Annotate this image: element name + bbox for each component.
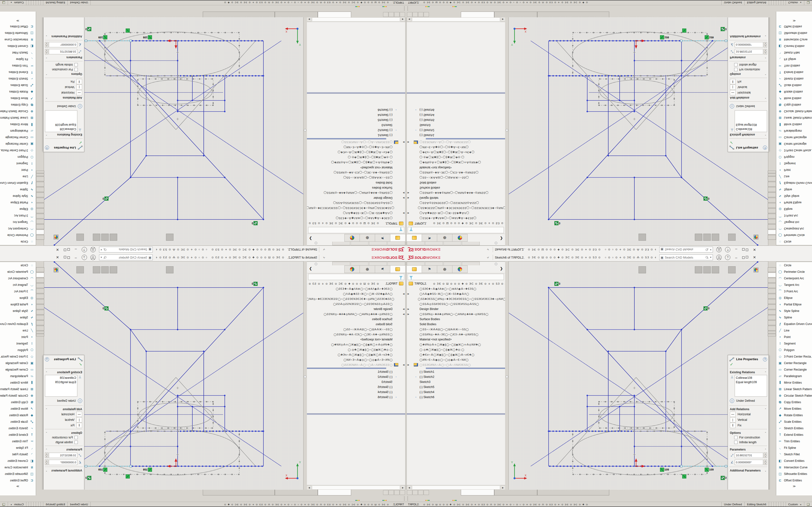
- spinner[interactable]: ▲▼: [764, 459, 767, 465]
- panel-splitter[interactable]: [304, 262, 307, 490]
- sketch-tool-item[interactable]: ▪ Point: [0, 334, 36, 340]
- view-tool-icon[interactable]: [126, 267, 133, 273]
- relations-listbox[interactable]: Collinear108 Equal length109: [45, 375, 77, 397]
- sketch-tool-item[interactable]: ⧉ Copy Entities: [0, 102, 36, 108]
- fm-horizontal-scrollbar[interactable]: ◀ ▶: [307, 485, 405, 490]
- spin-up-icon[interactable]: ▲: [45, 452, 48, 455]
- tab-configurationmanager[interactable]: ⊕: [437, 265, 452, 273]
- view-tool-icon[interactable]: [571, 234, 578, 240]
- sketch-tool-item[interactable]: ◡ Tangent Arc: [776, 282, 812, 288]
- scrollbar-track[interactable]: [312, 486, 400, 490]
- relation-badge[interactable]: 3: [103, 306, 108, 310]
- view-tool-icon[interactable]: [258, 267, 265, 273]
- tree-row[interactable]: ▶ (-) Sketch6: [407, 107, 505, 113]
- search-input[interactable]: ▣ Search CAD Models ▼: [659, 247, 713, 252]
- fm-tab-stub[interactable]: [351, 262, 368, 265]
- sketch-tool-item[interactable]: ◖ Partial Ellipse: [0, 200, 36, 206]
- fm-tab-stub[interactable]: [462, 262, 480, 265]
- bottom-tool-icon[interactable]: [458, 496, 465, 501]
- tab-nav-icon[interactable]: [407, 12, 412, 17]
- expander-icon[interactable]: ▶: [407, 212, 410, 215]
- view-tool-icon[interactable]: [282, 234, 289, 240]
- view-tool-icon[interactable]: [587, 234, 594, 240]
- expand-chevron-icon[interactable]: ⌄: [765, 35, 767, 38]
- view-tool-icon[interactable]: [579, 267, 586, 273]
- tree-row[interactable]: ▶ (-) Sketch1: [307, 369, 405, 374]
- help-icon[interactable]: ?: [82, 255, 87, 260]
- view-tool-icon[interactable]: [282, 267, 289, 273]
- scroll-left-icon[interactable]: ◀: [400, 485, 405, 490]
- status-custom-dropdown[interactable]: Custom▲: [8, 502, 27, 507]
- relation-badge[interactable]: 3: [103, 197, 108, 201]
- ok-button[interactable]: ✓: [728, 139, 768, 145]
- command-tab[interactable]: [36, 326, 44, 331]
- parameter-input[interactable]: 0.00000000°: [49, 460, 77, 465]
- pin-icon[interactable]: ➢: [322, 247, 326, 252]
- view-tool-icon[interactable]: [663, 234, 670, 240]
- option-row[interactable]: Infinite length: [728, 440, 768, 445]
- view-tool-icon[interactable]: [745, 267, 752, 273]
- sketch-tool-item[interactable]: ◫ Silhouette Entities: [0, 470, 36, 477]
- tab-nav-icon[interactable]: [400, 12, 405, 17]
- search-dropdown-icon[interactable]: ▼: [100, 256, 102, 259]
- view-tool-icon[interactable]: [728, 234, 735, 241]
- section-additional-parameters[interactable]: Additional Parameters⌄: [728, 34, 768, 39]
- sketch-tool-item[interactable]: ◎ Ellipse: [0, 294, 36, 301]
- sketch-tool-item[interactable]: ⌒ 3 Point Arc: [0, 288, 36, 294]
- spin-up-icon[interactable]: ▲: [45, 459, 48, 462]
- restore-button[interactable]: [64, 256, 70, 259]
- tab-featuremanager[interactable]: [407, 265, 422, 273]
- bottom-tool-icon[interactable]: [438, 496, 445, 501]
- section-parameters[interactable]: Parameters⌃: [728, 447, 768, 452]
- sketch-tool-item[interactable]: ⁞ Segment: [776, 340, 812, 347]
- search-dropdown-icon[interactable]: ▼: [100, 248, 102, 251]
- section-parameters[interactable]: Parameters⌃: [44, 55, 84, 60]
- tab-nav-icon[interactable]: [418, 12, 423, 17]
- tree-row[interactable]: ▶ ◯ЅЅ✚ЗЄЅЅ◯ИN◎∘✚ЭСЗЄИЗЄЅЅ◯∘◯ЅЅЗЄИЗЄСЭ✚∘◎…: [307, 296, 405, 301]
- menu-item[interactable]: [466, 249, 472, 250]
- status-tag-icon[interactable]: ❏: [0, 0, 8, 5]
- tree-row[interactable]: ▶ Solid Bodies: [307, 322, 405, 327]
- sketch-tool-item[interactable]: ⊞ Linear Sketch Pattern: [0, 115, 36, 121]
- tree-row[interactable]: ▶ ◯ЅЗЄ✚∘⁂◉ΛА⊕◯∘◯⊕АΛ◉⁂∘✚ЄЗЅ◯: [407, 286, 505, 291]
- bottom-tool-icon[interactable]: [327, 496, 334, 501]
- panel-help-icon[interactable]: ?: [45, 146, 49, 150]
- view-tool-icon[interactable]: [110, 234, 117, 241]
- view-tool-icon[interactable]: [630, 234, 638, 240]
- sketch-tool-item[interactable]: ƒ Equation Driven Curve: [0, 180, 36, 186]
- sketch-tool-item[interactable]: ⊞ Linear Sketch Pattern: [776, 115, 812, 121]
- user-account-icon[interactable]: [716, 247, 722, 252]
- view-tool-icon[interactable]: [77, 234, 84, 241]
- document-tab[interactable]: [461, 12, 494, 17]
- more-tools-chevron-icon[interactable]: ≫: [776, 484, 812, 488]
- fm-filter-input[interactable]: [308, 274, 404, 280]
- tree-row[interactable]: ▶ (-) Sketch2: [307, 128, 405, 133]
- help-icon[interactable]: ?: [725, 255, 730, 260]
- collapse-chevron-icon[interactable]: ⌃: [45, 133, 47, 136]
- command-tab[interactable]: [768, 192, 776, 197]
- tree-row[interactable]: ▶ ◯Λ⁂◉✚ЅЅ∘Ж◯∘◯Ж∘ЅЅ✚◉⁂Λ◯: [407, 211, 505, 216]
- view-tool-icon[interactable]: [242, 267, 249, 273]
- fm-collapse-handle[interactable]: [315, 242, 317, 244]
- collapse-chevron-icon[interactable]: ⌃: [765, 408, 767, 411]
- bottom-tool-icon[interactable]: [424, 6, 431, 11]
- view-tool-icon[interactable]: [226, 234, 233, 240]
- sketch-tool-item[interactable]: ∿ Style Spline: [776, 307, 812, 314]
- toolbar-grip[interactable]: [407, 6, 409, 11]
- fm-horizontal-scrollbar[interactable]: ◀ ▶: [407, 17, 505, 22]
- sketch-tool-item[interactable]: ◯ Perimeter Circle: [0, 269, 36, 275]
- view-tool-icon[interactable]: [547, 267, 554, 273]
- tree-row[interactable]: ▶ TЯPDL2. ⊙ ЗЄ ⊙ Ш ⊙ ⊙ ⊙ ✚ ⊙ ЭС ⊙ ЗЄ ⊙ ∔…: [407, 221, 505, 226]
- spinner[interactable]: ▲▼: [764, 42, 767, 48]
- spin-up-icon[interactable]: ▲: [764, 452, 767, 455]
- collapse-chevron-icon[interactable]: ⌃: [45, 56, 47, 59]
- spinner[interactable]: ▲▼: [45, 452, 48, 458]
- menu-item[interactable]: [460, 249, 466, 250]
- sketch-tool-item[interactable]: ◝ Sketch Fillet: [776, 50, 812, 56]
- command-tab[interactable]: [36, 214, 44, 219]
- document-tab[interactable]: [461, 490, 494, 495]
- bottom-tool-icon[interactable]: [334, 496, 341, 501]
- bottom-tool-icon[interactable]: [445, 496, 451, 501]
- tree-row[interactable]: ▶ (-) Sketch4: [307, 113, 405, 118]
- parameter-input[interactable]: 10.88152731: [49, 49, 77, 55]
